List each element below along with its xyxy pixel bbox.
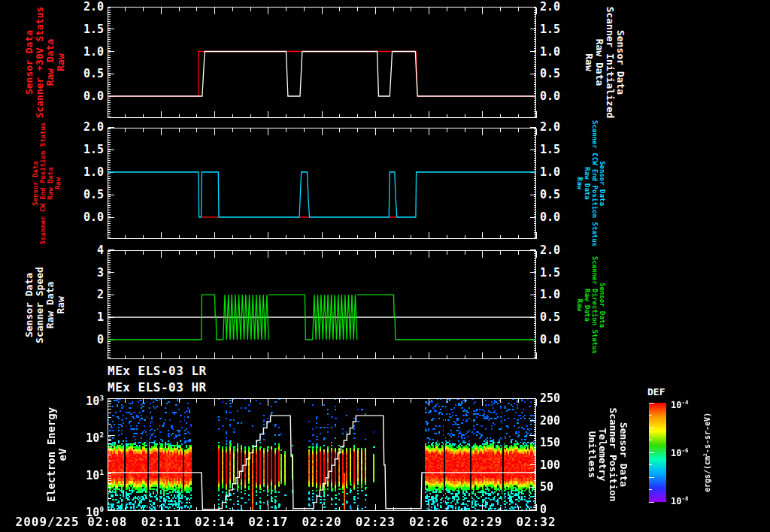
colorbar-tick--8: 10-8 <box>671 495 688 506</box>
panel-3-ytick-left-1: 1 <box>68 311 104 323</box>
panel-4-ytick-10e2: 102 <box>68 429 104 444</box>
panel-2-ytick-right-2.0: 2.0 <box>540 121 560 133</box>
panel-4-ytick-right-250: 250 <box>540 392 560 404</box>
panel-3-left-axis-label-line-2: Raw Data <box>45 267 56 343</box>
panel-1-ytick-left-1.0: 1.0 <box>68 46 104 58</box>
panel-3-ytick-right-0.5: 0.5 <box>540 311 560 323</box>
panel-4-right-axis-label-line-3: Unitless <box>587 407 597 501</box>
panel-4-right-axis-label: Sensor DataScanner PositionTelemetryUnit… <box>587 407 629 501</box>
panel-3-ytick-left-2: 2 <box>68 289 104 301</box>
panel-2-ytick-right-0.5: 0.5 <box>540 189 560 201</box>
panel-3-ytick-left-3: 3 <box>68 267 104 279</box>
panel-2-ytick-right-0.0: 0.0 <box>540 211 560 223</box>
spectrogram-title-lr: MEx ELS-03 LR <box>108 364 207 378</box>
panel-2-ytick-right-1.0: 1.0 <box>540 166 560 178</box>
panel-3-ytick-left-4: 4 <box>68 244 104 256</box>
x-axis-label-02:23: 02:23 <box>356 515 396 529</box>
panel-1-right-axis-label-line-1: Scanner Initialized <box>605 7 615 119</box>
colorbar-tick--6: 10-6 <box>671 447 688 458</box>
panel-3-left-axis-label-line-3: Raw <box>56 267 66 343</box>
x-axis-label-02:14: 02:14 <box>195 515 235 529</box>
panel-4-left-axis-label: Electron EnergyeV <box>46 407 68 502</box>
panel-2-ytick-left-1.0: 1.0 <box>68 166 104 178</box>
panel-2-ytick-left-0.0: 0.0 <box>68 211 104 223</box>
panel-4-ytick-10e1: 101 <box>68 467 104 482</box>
panel-1-ytick-right-1.5: 1.5 <box>540 23 560 35</box>
panel-4-spectrogram-frame <box>107 397 537 512</box>
panel-2-ytick-left-1.5: 1.5 <box>68 144 104 156</box>
panel-4-ytick-right-0: 0 <box>540 503 547 515</box>
panel-1-left-axis-label-line-2: Raw Data <box>45 7 56 119</box>
panel-2-ytick-left-2.0: 2.0 <box>68 121 104 133</box>
x-axis-label-02:26: 02:26 <box>409 515 449 529</box>
panel-3-right-axis-label: Sensor DataScanner Direction StatusRaw D… <box>576 255 606 353</box>
panel-4-right-axis-label-line-2: Telemetry <box>597 407 608 501</box>
x-axis-first-label: 2009/225 02:08 <box>16 515 128 529</box>
panel-2-left-axis-label-line-3: Raw <box>54 122 62 245</box>
panel-2-left-axis-label-line-1: Scanner CW End Position Status <box>39 122 47 245</box>
panel-1-right-axis-label: Sensor DataScanner InitializedRaw DataRa… <box>584 7 626 119</box>
panel-1-left-axis-label-line-3: Raw <box>56 7 66 119</box>
panel-1-ytick-right-0.0: 0.0 <box>540 90 560 102</box>
panel-1-ytick-left-0.0: 0.0 <box>68 90 104 102</box>
spectrogram-title-hr: MEx ELS-03 HR <box>108 380 207 394</box>
panel-1-left-axis-label-line-0: Sensor Data <box>24 7 35 119</box>
x-axis-label-02:11: 02:11 <box>141 515 181 529</box>
colorbar-unit-label: ergs/(cm2-s-sr-eV) <box>702 413 711 492</box>
panel-1-right-axis-label-line-0: Sensor Data <box>615 7 626 119</box>
panel-2-ytick-right-1.5: 1.5 <box>540 144 560 156</box>
panel-1-ytick-right-2.0: 2.0 <box>540 1 560 13</box>
panel-4-ytick-10e3: 103 <box>68 392 104 407</box>
panel-1-ytick-left-1.5: 1.5 <box>68 23 104 35</box>
panel-2-plot <box>107 127 537 240</box>
panel-1-left-axis-label-line-1: Scanner +30V Status <box>35 7 45 119</box>
panel-1-right-axis-label-line-2: Raw Data <box>594 7 605 119</box>
panel-4-ytick-right-50: 50 <box>540 481 553 493</box>
panel-2-right-axis-label: Sensor DataScanner CCW End Position Stat… <box>576 120 606 246</box>
panel-3-ytick-left-0: 0 <box>68 334 104 346</box>
panel-1-ytick-right-1.0: 1.0 <box>540 46 560 58</box>
panel-3-left-axis-label: Sensor DataScanner SpeedRaw DataRaw <box>24 267 66 343</box>
colorbar-tick--4: 10-4 <box>671 399 688 410</box>
panel-3-ytick-right-0.0: 0.0 <box>540 334 560 346</box>
figure-root: MEx ELS-03 LR MEx ELS-03 HR 0.00.00.50.5… <box>0 0 770 532</box>
panel-3-left-axis-label-line-0: Sensor Data <box>24 267 35 343</box>
panel-4-ytick-right-100: 100 <box>540 459 560 471</box>
panel-2-left-axis-label-line-0: Sensor Data <box>32 122 39 245</box>
x-axis-label-02:20: 02:20 <box>302 515 341 529</box>
panel-4-left-axis-label-line-0: Electron Energy <box>46 407 57 502</box>
panel-2-right-axis-label-line-3: Raw <box>576 120 584 246</box>
panel-1-plot <box>107 6 537 119</box>
panel-1-right-axis-label-line-3: Raw <box>584 7 594 119</box>
panel-4-right-axis-label-line-1: Scanner Position <box>608 407 618 501</box>
panel-1-ytick-right-0.5: 0.5 <box>540 68 560 80</box>
panel-3-right-axis-label-line-2: Raw Data <box>584 255 591 353</box>
panel-2-right-axis-label-line-1: Scanner CCW End Position Status <box>591 120 599 246</box>
x-axis-label-02:32: 02:32 <box>516 515 556 529</box>
panel-2-left-axis-label-line-2: Raw Data <box>47 122 54 245</box>
panel-3-left-axis-label-line-1: Scanner Speed <box>35 267 45 343</box>
panel-3-plot <box>107 249 537 360</box>
panel-3-right-axis-label-line-0: Sensor Data <box>599 255 606 353</box>
panel-3-right-axis-label-line-1: Scanner Direction Status <box>591 255 599 353</box>
panel-2-left-axis-label: Sensor DataScanner CW End Position Statu… <box>32 122 62 245</box>
x-axis-label-02:29: 02:29 <box>462 515 502 529</box>
panel-3-ytick-right-1.0: 1.0 <box>540 289 560 301</box>
panel-2-right-axis-label-line-2: Raw Data <box>584 120 591 246</box>
panel-3-right-axis-label-line-3: Raw <box>576 255 584 353</box>
panel-3-ytick-right-1.5: 1.5 <box>540 267 560 279</box>
colorbar-ticks <box>649 402 658 503</box>
panel-4-ytick-right-200: 200 <box>540 415 560 427</box>
panel-1-left-axis-label: Sensor DataScanner +30V StatusRaw DataRa… <box>24 7 66 119</box>
panel-3-ytick-right-2.0: 2.0 <box>540 244 560 256</box>
colorbar-title: DEF <box>647 386 665 397</box>
panel-1-ytick-left-0.5: 0.5 <box>68 68 104 80</box>
panel-2-ytick-left-0.5: 0.5 <box>68 189 104 201</box>
panel-4-left-axis-label-line-1: eV <box>57 407 68 502</box>
panel-4-ytick-right-150: 150 <box>540 437 560 449</box>
panel-2-right-axis-label-line-0: Sensor Data <box>599 120 606 246</box>
panel-1-ytick-left-2.0: 2.0 <box>68 1 104 13</box>
panel-4-right-axis-label-line-0: Sensor Data <box>618 407 629 501</box>
x-axis-label-02:17: 02:17 <box>248 515 288 529</box>
